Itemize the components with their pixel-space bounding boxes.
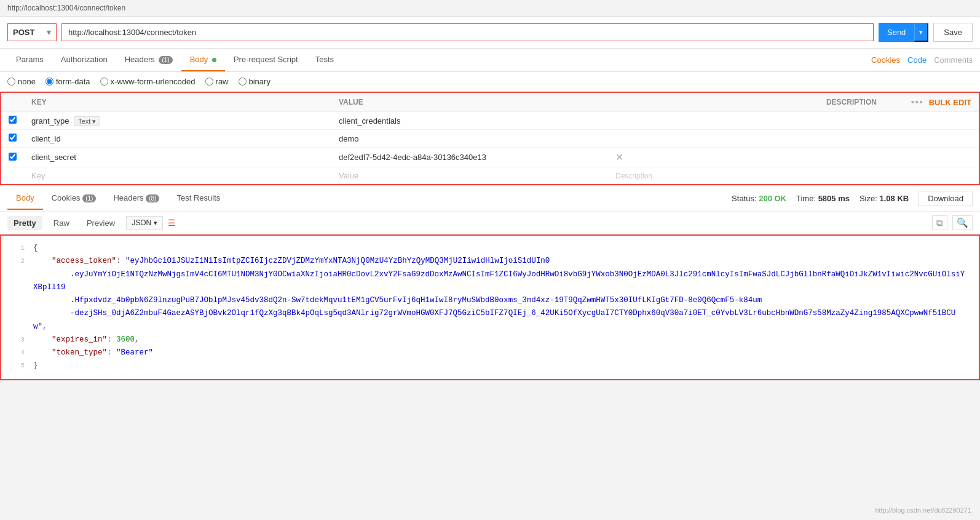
time-label: Time: 5805 ms bbox=[796, 194, 850, 203]
row1-value[interactable]: client_credentials bbox=[331, 112, 608, 130]
th-description: DESCRIPTION ••• Bulk Edit bbox=[608, 93, 979, 112]
search-icon[interactable]: 🔍 bbox=[952, 215, 973, 230]
method-select[interactable]: POST ▾ bbox=[7, 23, 57, 41]
params-table: KEY VALUE DESCRIPTION ••• Bulk Edit bbox=[1, 93, 979, 184]
row3-value[interactable]: def2edf7-5d42-4edc-a84a-30136c340e13 bbox=[331, 148, 608, 167]
request-tabs-row: Params Authorization Headers (1) Body Pr… bbox=[0, 49, 980, 72]
status-label: Status: 200 OK bbox=[732, 194, 786, 203]
format-pretty[interactable]: Pretty bbox=[7, 216, 42, 230]
size-value: 1.08 KB bbox=[879, 194, 909, 203]
format-select-arrow: ▾ bbox=[154, 219, 157, 227]
format-preview[interactable]: Preview bbox=[81, 216, 121, 230]
row1-badge: Text ▾ bbox=[74, 116, 100, 126]
table-row: client_id demo bbox=[1, 130, 979, 148]
row3-close[interactable]: ✕ bbox=[615, 152, 623, 162]
option-raw[interactable]: raw bbox=[205, 77, 229, 86]
tab-headers[interactable]: Headers (1) bbox=[116, 49, 181, 71]
tab-tests[interactable]: Tests bbox=[307, 49, 342, 71]
row3-key[interactable]: client_secret bbox=[24, 148, 331, 167]
more-icon[interactable]: ••• bbox=[911, 97, 924, 107]
params-table-container: KEY VALUE DESCRIPTION ••• Bulk Edit bbox=[0, 92, 980, 185]
title-url: http://localhost:13004/connect/token bbox=[7, 4, 125, 12]
response-tabs-row: Body Cookies (1) Headers (8) Test Result… bbox=[0, 186, 980, 212]
response-body: 1 { 2 "access_token": "eyJhbGciOiJSUzI1N… bbox=[0, 234, 980, 380]
body-dot bbox=[212, 58, 216, 62]
code-link[interactable]: Code bbox=[907, 55, 927, 65]
row3-checkbox[interactable] bbox=[9, 153, 17, 161]
resp-tab-body[interactable]: Body bbox=[7, 187, 43, 210]
status-value: 200 OK bbox=[759, 194, 786, 203]
option-form-data[interactable]: form-data bbox=[45, 77, 90, 86]
placeholder-value[interactable]: Value bbox=[331, 167, 608, 185]
tab-prerequest[interactable]: Pre-request Script bbox=[225, 49, 307, 71]
json-line: 4 "token_type": "Bearer" bbox=[11, 346, 969, 359]
filter-icon[interactable]: ☰ bbox=[168, 218, 176, 228]
row2-value[interactable]: demo bbox=[331, 130, 608, 148]
copy-icon[interactable]: ⧉ bbox=[932, 215, 947, 230]
response-format-row: Pretty Raw Preview JSON ▾ ☰ ⧉ 🔍 bbox=[0, 212, 980, 234]
time-value: 5805 ms bbox=[818, 194, 850, 203]
th-checkbox bbox=[1, 93, 24, 112]
comments-link[interactable]: Comments bbox=[934, 55, 973, 65]
tab-params[interactable]: Params bbox=[7, 49, 52, 71]
resp-cookies-badge: (1) bbox=[82, 194, 96, 202]
json-line: 5 } bbox=[11, 359, 969, 372]
resp-tab-cookies[interactable]: Cookies (1) bbox=[43, 187, 105, 210]
method-dropdown-arrow[interactable]: ▾ bbox=[47, 28, 51, 37]
placeholder-desc: Description bbox=[615, 172, 652, 180]
response-section: Body Cookies (1) Headers (8) Test Result… bbox=[0, 185, 980, 380]
th-value: VALUE bbox=[331, 93, 608, 112]
size-label: Size: 1.08 KB bbox=[859, 194, 909, 203]
send-dropdown-arrow[interactable]: ▾ bbox=[914, 23, 928, 42]
url-input[interactable] bbox=[61, 23, 874, 41]
placeholder-key[interactable]: Key bbox=[24, 167, 331, 185]
method-label: POST bbox=[13, 28, 43, 37]
json-line: 1 { bbox=[11, 242, 969, 255]
format-select-json[interactable]: JSON ▾ bbox=[126, 216, 163, 230]
resp-headers-badge: (8) bbox=[146, 194, 159, 202]
tab-authorization[interactable]: Authorization bbox=[52, 49, 116, 71]
row2-key[interactable]: client_id bbox=[24, 130, 331, 148]
response-status: Status: 200 OK Time: 5805 ms Size: 1.08 … bbox=[732, 186, 973, 211]
headers-badge: (1) bbox=[159, 56, 172, 64]
json-line: 2 "access_token": "eyJhbGciOiJSUzI1NiIsI… bbox=[11, 255, 969, 334]
option-binary[interactable]: binary bbox=[239, 77, 271, 86]
row3-desc[interactable]: ✕ bbox=[608, 148, 979, 167]
resp-tab-headers[interactable]: Headers (8) bbox=[105, 187, 168, 210]
send-button[interactable]: Send bbox=[879, 23, 914, 42]
format-raw[interactable]: Raw bbox=[47, 216, 76, 230]
request-bar: POST ▾ Send ▾ Save bbox=[0, 17, 980, 49]
json-line: 3 "expires_in": 3600, bbox=[11, 334, 969, 346]
table-row: client_secret def2edf7-5d42-4edc-a84a-30… bbox=[1, 148, 979, 167]
row2-checkbox[interactable] bbox=[9, 134, 17, 142]
download-button[interactable]: Download bbox=[919, 191, 973, 206]
send-btn-group: Send ▾ bbox=[879, 23, 928, 42]
title-bar: http://localhost:13004/connect/token bbox=[0, 0, 980, 17]
th-key: KEY bbox=[24, 93, 331, 112]
tab-body[interactable]: Body bbox=[181, 49, 225, 71]
table-row: grant_type Text ▾ client_credentials bbox=[1, 112, 979, 130]
body-options: none form-data x-www-form-urlencoded raw… bbox=[0, 72, 980, 92]
row1-key[interactable]: grant_type Text ▾ bbox=[24, 112, 331, 130]
option-none[interactable]: none bbox=[7, 77, 36, 86]
response-icons-right: ⧉ 🔍 bbox=[932, 215, 973, 230]
cookies-link[interactable]: Cookies bbox=[871, 55, 900, 65]
bulk-edit-button[interactable]: Bulk Edit bbox=[929, 98, 971, 107]
row1-desc[interactable] bbox=[608, 112, 979, 130]
save-button[interactable]: Save bbox=[933, 23, 973, 42]
format-select-label: JSON bbox=[132, 218, 151, 227]
tabs-right: Cookies Code Comments bbox=[871, 55, 973, 65]
row1-checkbox[interactable] bbox=[9, 116, 17, 124]
row2-desc[interactable] bbox=[608, 130, 979, 148]
resp-tab-test-results[interactable]: Test Results bbox=[168, 187, 229, 210]
option-urlencoded[interactable]: x-www-form-urlencoded bbox=[100, 77, 196, 86]
placeholder-row: Key Value Description bbox=[1, 167, 979, 185]
